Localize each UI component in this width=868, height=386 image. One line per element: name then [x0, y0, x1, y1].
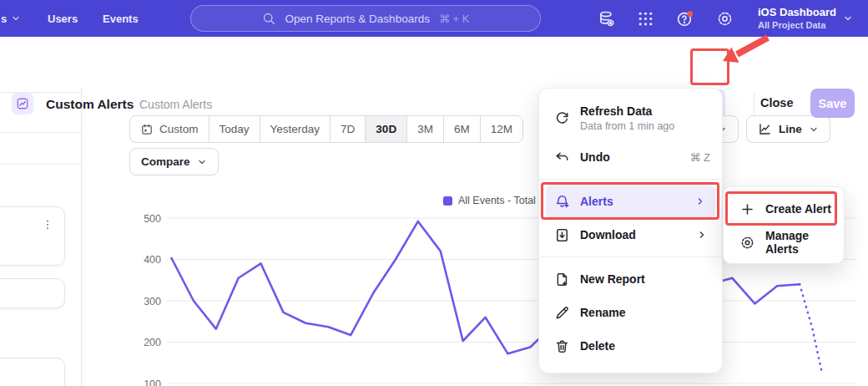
- nav-item-partial-label: s: [1, 13, 7, 25]
- menu-item-label: Alerts: [580, 195, 613, 208]
- range-3m[interactable]: 3M: [406, 116, 443, 142]
- divider: [0, 132, 82, 133]
- menu-divider: [539, 179, 722, 180]
- range-custom[interactable]: Custom: [130, 116, 209, 142]
- kebab-menu-icon[interactable]: [42, 218, 53, 231]
- chart-type-button[interactable]: Line: [746, 115, 830, 143]
- range-label: 6M: [454, 123, 470, 135]
- menu-item-text: Alerts: [580, 195, 613, 208]
- menu-item-text: Refresh DataData from 1 min ago: [580, 104, 674, 132]
- data-settings-icon[interactable]: [598, 10, 615, 28]
- menu-item-label: Refresh Data: [580, 104, 674, 118]
- manage-gear-icon: [739, 235, 755, 251]
- apps-grid-icon[interactable]: [637, 10, 654, 28]
- range-12m[interactable]: 12M: [480, 116, 522, 142]
- menu-item-label: Undo: [580, 150, 610, 164]
- nav-item-events[interactable]: Events: [103, 0, 139, 37]
- range-30d[interactable]: 30D: [365, 116, 406, 142]
- chart-legend: All Events - Total: [443, 195, 536, 206]
- range-label: 30D: [376, 123, 396, 135]
- nav-item-users[interactable]: Users: [48, 0, 78, 37]
- download-icon: [553, 227, 570, 243]
- chevron-right-icon: [692, 196, 709, 206]
- line-chart-icon: [758, 122, 772, 136]
- search-placeholder: Open Reports & Dashboards: [285, 13, 430, 25]
- query-card[interactable]: [0, 358, 65, 386]
- divider: [754, 92, 754, 115]
- help-icon[interactable]: [676, 10, 694, 28]
- compare-label: Compare: [141, 155, 190, 168]
- breadcrumb: Custom Alerts: [139, 98, 212, 111]
- nav-item-partial[interactable]: s: [1, 0, 21, 37]
- menu-item-text: Create Alert: [765, 202, 831, 216]
- chevron-down-icon: [11, 13, 21, 23]
- search-shortcut: ⌘ + K: [439, 13, 470, 25]
- range-today[interactable]: Today: [209, 116, 260, 142]
- y-axis-tick-label: 100: [144, 378, 161, 386]
- query-builder-sidebar: [0, 88, 82, 386]
- menu-item-text: Download: [580, 228, 636, 241]
- range-label: 7D: [341, 123, 355, 135]
- chart-series-line-projection: [800, 284, 822, 373]
- query-card[interactable]: [0, 206, 65, 266]
- close-button[interactable]: Close: [760, 96, 794, 109]
- report-header: Custom Alerts Custom Alerts GV Duplicate…: [0, 37, 868, 88]
- more-options-menu: Refresh DataData from 1 min agoUndo⌘ ZAl…: [538, 88, 723, 373]
- menu-item-text: Undo: [580, 150, 610, 164]
- chevron-down-icon: [809, 124, 819, 135]
- save-button[interactable]: Save: [810, 89, 855, 118]
- divider: [0, 164, 82, 165]
- app-window: 100200300400500 All Events - Total Custo…: [0, 0, 868, 386]
- chevron-down-icon: [197, 157, 207, 167]
- menu-item-undo[interactable]: Undo⌘ Z: [539, 140, 722, 174]
- compare-button[interactable]: Compare: [129, 148, 219, 175]
- refresh-icon: [553, 110, 570, 126]
- menu-item-text: Delete: [580, 339, 615, 353]
- range-label: 12M: [491, 123, 512, 135]
- menu-item-text: New Report: [580, 272, 645, 286]
- page-title: Custom Alerts: [46, 97, 134, 112]
- y-axis-tick-label: 400: [144, 254, 161, 266]
- project-selector[interactable]: iOS Dashboard All Project Data: [758, 5, 836, 31]
- menu-item-sublabel: Data from 1 min ago: [580, 120, 674, 132]
- menu-item-download[interactable]: Download: [539, 218, 722, 251]
- legend-swatch: [443, 196, 452, 206]
- chart-type-label: Line: [779, 123, 802, 135]
- menu-item-delete[interactable]: Delete: [539, 329, 722, 363]
- menu-item-label: Delete: [580, 339, 615, 353]
- range-6m[interactable]: 6M: [443, 116, 480, 142]
- menu-item-new-report[interactable]: New Report: [539, 262, 722, 296]
- legend-label: All Events - Total: [458, 195, 536, 206]
- alert-bell-plus-icon: [553, 194, 570, 210]
- menu-divider: [539, 256, 722, 257]
- query-card[interactable]: [0, 278, 65, 308]
- menu-item-shortcut: ⌘ Z: [689, 151, 710, 164]
- top-navigation-bar: s Users Events Open Reports & Dashboards…: [0, 0, 868, 37]
- range-label: Custom: [159, 123, 199, 135]
- range-yesterday[interactable]: Yesterday: [260, 116, 331, 142]
- settings-icon[interactable]: [716, 10, 734, 28]
- pencil-icon: [553, 305, 570, 321]
- menu-item-rename[interactable]: Rename: [539, 296, 722, 329]
- project-name: iOS Dashboard: [758, 5, 836, 19]
- y-axis-tick-label: 200: [144, 337, 161, 348]
- y-axis-tick-label: 500: [144, 213, 161, 225]
- menu-item-label: Rename: [580, 306, 625, 319]
- menu-item-manage-alerts[interactable]: Manage Alerts: [724, 226, 844, 259]
- trash-icon: [553, 338, 570, 354]
- menu-item-label: Download: [580, 228, 636, 241]
- menu-item-refresh-data[interactable]: Refresh DataData from 1 min ago: [539, 95, 722, 140]
- range-label: Today: [220, 123, 250, 135]
- menu-item-text: Rename: [580, 306, 625, 319]
- alerts-submenu: Create AlertManage Alerts: [723, 186, 845, 264]
- menu-item-label: New Report: [580, 272, 645, 286]
- range-7d[interactable]: 7D: [330, 116, 365, 142]
- chevron-right-icon: [694, 230, 710, 240]
- menu-item-label: Create Alert: [765, 202, 831, 216]
- menu-item-alerts[interactable]: Alerts: [546, 185, 715, 218]
- new-report-icon: [553, 272, 570, 287]
- global-search-input[interactable]: Open Reports & Dashboards ⌘ + K: [190, 5, 541, 32]
- calendar-icon: [140, 123, 154, 136]
- menu-item-create-alert[interactable]: Create Alert: [724, 192, 844, 226]
- project-scope: All Project Data: [758, 19, 825, 31]
